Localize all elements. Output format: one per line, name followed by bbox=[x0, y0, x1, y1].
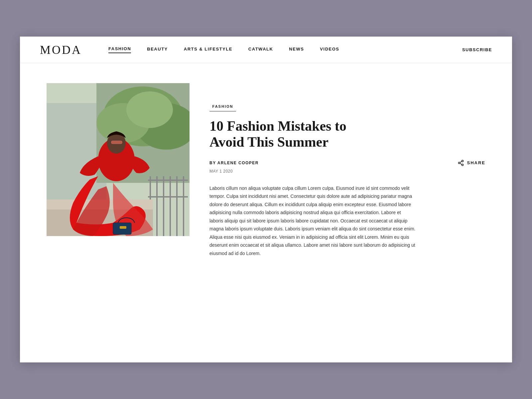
site-logo[interactable]: MODA bbox=[40, 43, 82, 57]
svg-rect-14 bbox=[148, 196, 188, 198]
article-image bbox=[47, 83, 190, 236]
subscribe-button[interactable]: SUBSCRIBE bbox=[462, 47, 492, 52]
share-button[interactable]: SHARE bbox=[458, 160, 485, 166]
nav-item-videos[interactable]: VIDEOS bbox=[320, 47, 339, 53]
svg-point-6 bbox=[126, 91, 173, 128]
svg-rect-11 bbox=[176, 176, 178, 236]
article-body: Laboris cillum non aliqua voluptate culp… bbox=[209, 184, 416, 258]
share-label: SHARE bbox=[467, 160, 485, 165]
svg-line-26 bbox=[460, 161, 462, 162]
article-author: BY ARLENE COOPER bbox=[209, 161, 259, 165]
article-meta: BY ARLENE COOPER SHARE bbox=[209, 160, 485, 166]
article-photo bbox=[47, 83, 190, 236]
article-container: FASHION 10 Fashion Mistakes to Avoid Thi… bbox=[20, 63, 512, 277]
svg-rect-21 bbox=[120, 226, 126, 229]
nav-item-catwalk[interactable]: CATWALK bbox=[248, 47, 273, 53]
svg-rect-8 bbox=[156, 176, 158, 236]
navigation: MODA FASHION BEAUTY ARTS & LIFESTYLE CAT… bbox=[20, 37, 512, 63]
nav-item-news[interactable]: NEWS bbox=[289, 47, 304, 53]
svg-rect-12 bbox=[183, 176, 184, 236]
nav-item-beauty[interactable]: BEAUTY bbox=[147, 47, 168, 53]
article-date: MAY 1 2020 bbox=[209, 169, 485, 174]
browser-window: MODA FASHION BEAUTY ARTS & LIFESTYLE CAT… bbox=[20, 37, 512, 362]
article-category: FASHION bbox=[209, 104, 236, 111]
svg-rect-13 bbox=[148, 180, 188, 181]
nav-links: FASHION BEAUTY ARTS & LIFESTYLE CATWALK … bbox=[108, 46, 462, 53]
share-icon bbox=[458, 160, 464, 166]
svg-rect-9 bbox=[163, 176, 164, 236]
svg-rect-10 bbox=[170, 176, 171, 236]
article-content: FASHION 10 Fashion Mistakes to Avoid Thi… bbox=[209, 83, 485, 257]
svg-rect-19 bbox=[111, 140, 123, 144]
nav-item-fashion[interactable]: FASHION bbox=[108, 46, 131, 53]
article-title: 10 Fashion Mistakes to Avoid This Summer bbox=[209, 118, 376, 150]
nav-item-arts[interactable]: ARTS & LIFESTYLE bbox=[184, 47, 232, 53]
svg-line-25 bbox=[460, 163, 462, 164]
